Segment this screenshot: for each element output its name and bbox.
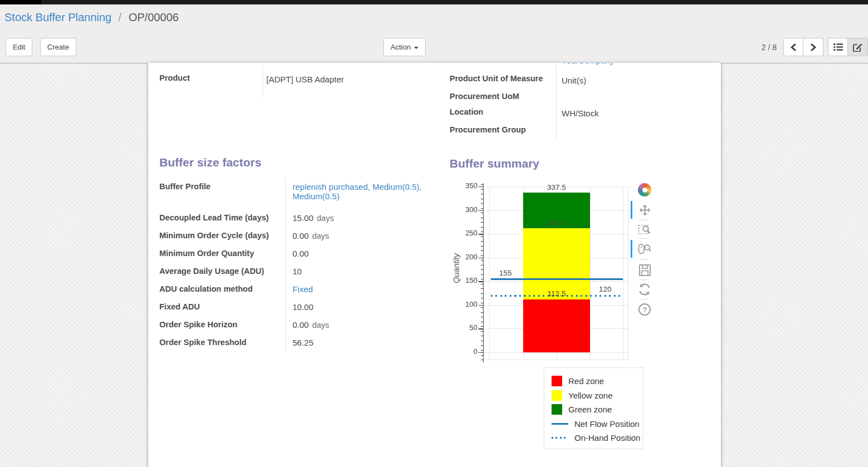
- field-separator-left: [262, 66, 263, 97]
- form-sheet: YourCompany Product [ADPT] USB Adapter P…: [148, 63, 721, 467]
- save-floppy-icon: [638, 264, 651, 277]
- action-label: Action: [391, 43, 411, 51]
- wheel-zoom-tool-active-indicator: [631, 240, 632, 258]
- box-zoom-tool-button[interactable]: [637, 223, 652, 237]
- pager-and-view-switcher: 2 / 8: [762, 38, 868, 56]
- factor-value: Fixed: [285, 281, 426, 299]
- factor-number: 0.00: [292, 320, 309, 330]
- green-swatch: [552, 404, 562, 415]
- list-icon: [833, 43, 843, 51]
- factor-value: 56.25: [285, 335, 426, 352]
- legend-label: Red zone: [568, 376, 604, 386]
- factor-value: 0.00: [285, 245, 426, 263]
- factor-row-dlt: Decoupled Lead Time (days) 15.00days: [159, 210, 426, 228]
- toolbar-divider: [640, 238, 648, 239]
- toolbar-divider: [640, 279, 648, 280]
- y-tick-300: 300: [456, 205, 477, 214]
- factor-value: 0.00days: [285, 228, 426, 245]
- net-flow-value-label: 155: [499, 269, 512, 277]
- pan-tool-button[interactable]: [637, 203, 652, 217]
- factor-row-moc: Minimum Order Cycle (days) 0.00days: [159, 228, 426, 245]
- factor-row-adu: Average Daily Usage (ADU) 10: [159, 263, 426, 281]
- y-tick-200: 200: [456, 253, 477, 261]
- factor-label: Buffer Profile: [159, 179, 285, 191]
- legend-label: Yellow zone: [568, 391, 613, 400]
- y-axis-line: [483, 183, 484, 362]
- factor-number: 0.00: [292, 231, 309, 240]
- factor-value: 0.00days: [285, 317, 426, 335]
- help-tool-button[interactable]: ?: [637, 302, 652, 317]
- legend-label: Green zone: [568, 405, 612, 414]
- factor-row-adu-method: ADU calculation method Fixed: [159, 281, 426, 299]
- y-axis-major-ticks: [479, 186, 483, 353]
- buffer-size-factors-title: Buffer size factors: [159, 156, 261, 169]
- left-buttons: Edit Create: [6, 38, 81, 56]
- edit-button[interactable]: Edit: [6, 38, 32, 56]
- factor-label: Average Daily Usage (ADU): [159, 263, 285, 276]
- chart-toolbar: ?: [631, 181, 654, 320]
- procurement-uom-label: Procurement UoM: [450, 92, 519, 101]
- product-value-link[interactable]: [ADPT] USB Adapter: [266, 75, 344, 84]
- product-label: Product: [159, 73, 190, 82]
- buffer-profile-link[interactable]: replenish purchased, Medium(0.5), Medium…: [292, 182, 432, 201]
- form-view-button[interactable]: [848, 38, 868, 56]
- factor-number: 56.25: [292, 338, 314, 347]
- factor-number: 10.00: [292, 302, 314, 312]
- factor-label: Decoupled Lead Time (days): [159, 210, 285, 222]
- y-tick-0: 0: [456, 347, 477, 356]
- pager-nav-group: [783, 38, 823, 56]
- vertical-gridline: [489, 186, 490, 360]
- bokeh-logo-icon: [638, 183, 651, 196]
- pager-counter: 2 / 8: [762, 43, 777, 52]
- center-buttons: Action: [383, 38, 426, 56]
- factor-row-spike-horizon: Order Spike Horizon 0.00days: [159, 317, 426, 335]
- pan-tool-active-indicator: [631, 201, 632, 219]
- breadcrumb-parent-link[interactable]: Stock Buffer Planning: [4, 11, 111, 23]
- vertical-gridline: [590, 186, 591, 360]
- edit-form-icon: [853, 43, 862, 52]
- clipped-company-row: YourCompany: [562, 63, 701, 68]
- legend-label: Net Flow Position: [574, 419, 640, 429]
- factor-value: 10.00: [285, 299, 426, 317]
- chevron-right-icon: [810, 43, 816, 51]
- active-menu-segment: [0, 0, 41, 4]
- svg-text:?: ?: [642, 306, 647, 314]
- create-button[interactable]: Create: [40, 38, 76, 56]
- factor-row-buffer-profile: Buffer Profile replenish purchased, Medi…: [159, 179, 426, 210]
- red-zone-bar: [523, 299, 590, 352]
- yellow-swatch: [552, 390, 562, 401]
- product-uom-value: Unit(s): [562, 76, 586, 85]
- on-hand-value-label: 120: [599, 285, 612, 293]
- factor-label: ADU calculation method: [159, 281, 285, 293]
- factor-suffix: days: [312, 321, 329, 330]
- factor-label: Minimum Order Quantity: [159, 245, 285, 258]
- factor-row-spike-threshold: Order Spike Threshold 56.25: [159, 335, 426, 352]
- y-tick-150: 150: [456, 276, 477, 284]
- reset-tool-button[interactable]: [637, 282, 652, 297]
- adu-method-link[interactable]: Fixed: [292, 284, 313, 294]
- bokeh-logo-link[interactable]: [637, 183, 652, 197]
- top-navbar: [0, 0, 868, 4]
- location-value-link[interactable]: WH/Stock: [562, 109, 599, 118]
- toolbar-divider: [640, 299, 648, 299]
- buffer-summary-chart: Quantity 350 300 250 200 150 100 50 0 33…: [450, 181, 709, 459]
- solid-line-swatch: [552, 423, 568, 425]
- procurement-group-label: Procurement Group: [450, 125, 526, 134]
- y-tick-100: 100: [456, 300, 477, 308]
- top-of-yellow-label: 262.5: [523, 219, 590, 227]
- top-of-red-label: 112.5: [523, 289, 590, 298]
- yellow-zone-bar: [523, 228, 590, 299]
- factor-label: Fixed ADU: [159, 299, 285, 311]
- product-uom-label: Product Unit of Measure: [450, 74, 543, 83]
- pager-next-button[interactable]: [803, 38, 823, 56]
- legend-row-net-flow: Net Flow Position: [552, 417, 643, 431]
- dotted-line-swatch: [552, 437, 568, 439]
- box-zoom-icon: [638, 223, 651, 237]
- wheel-zoom-tool-button[interactable]: [637, 242, 652, 256]
- pager-previous-button[interactable]: [783, 38, 803, 56]
- location-label: Location: [450, 107, 483, 116]
- list-view-button[interactable]: [828, 38, 848, 56]
- action-dropdown-button[interactable]: Action: [383, 38, 426, 56]
- save-tool-button[interactable]: [637, 263, 652, 277]
- chevron-left-icon: [791, 43, 797, 51]
